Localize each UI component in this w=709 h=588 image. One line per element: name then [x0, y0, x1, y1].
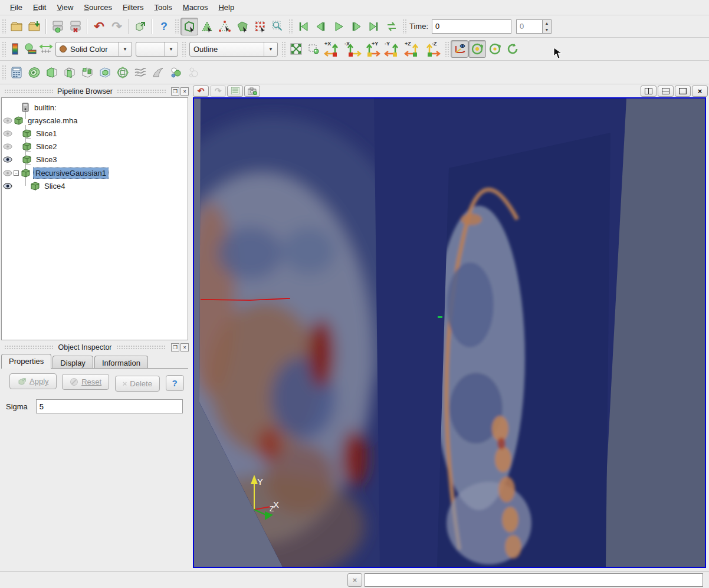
delete-button[interactable]: × Delete: [115, 376, 160, 392]
last-frame-button[interactable]: [365, 18, 383, 35]
visibility-eye-icon[interactable]: [2, 183, 14, 189]
menu-macros[interactable]: Macros: [178, 1, 214, 14]
visibility-eye-icon[interactable]: [2, 130, 14, 137]
open-file-button[interactable]: [8, 18, 25, 35]
extract-subset-filter-button[interactable]: [96, 64, 114, 81]
threshold-filter-button[interactable]: [78, 64, 96, 81]
menu-view[interactable]: View: [51, 1, 78, 14]
reset-center-button[interactable]: [504, 40, 521, 58]
select-cells-on-button[interactable]: [180, 18, 198, 35]
view-plus-y-button[interactable]: +Y: [363, 40, 383, 58]
collapse-expander-icon[interactable]: −: [14, 170, 19, 176]
show-orientation-axes-button[interactable]: [451, 40, 468, 58]
select-block-button[interactable]: [251, 18, 269, 35]
view-minus-z-button[interactable]: -Z: [423, 40, 443, 58]
connect-server-button[interactable]: [49, 18, 67, 35]
pick-center-button[interactable]: [486, 40, 504, 58]
render-viewport[interactable]: Y X Z: [194, 98, 705, 567]
reset-camera-button[interactable]: [287, 40, 305, 58]
menu-file[interactable]: File: [5, 1, 28, 14]
visibility-eye-icon[interactable]: [2, 143, 14, 150]
previous-frame-button[interactable]: [312, 18, 330, 35]
spin-up-icon[interactable]: ▲: [543, 20, 551, 27]
split-vertical-button[interactable]: [658, 86, 674, 97]
pipeline-item-builtin[interactable]: builtin:: [2, 101, 188, 114]
frame-spinner[interactable]: ▲▼: [543, 19, 552, 34]
pipeline-browser-tree[interactable]: builtin: grayscale.mha Slice1 Slice2 Sli…: [1, 97, 188, 340]
show-center-of-rotation-button[interactable]: [468, 40, 486, 58]
pipeline-item-slice3[interactable]: Slice3: [2, 153, 188, 166]
extract-level-filter-button[interactable]: [185, 64, 202, 81]
view-options-button[interactable]: [227, 86, 243, 97]
slice-filter-button[interactable]: [61, 64, 78, 81]
pipeline-item-slice2[interactable]: Slice2: [2, 140, 188, 153]
tab-display[interactable]: Display: [52, 356, 93, 369]
frame-input[interactable]: [516, 19, 543, 34]
next-frame-button[interactable]: [347, 18, 365, 35]
dock-float-button[interactable]: ❐: [171, 87, 179, 96]
zoom-to-data-button[interactable]: [305, 40, 323, 58]
toggle-color-legend-button[interactable]: [8, 41, 23, 57]
play-button[interactable]: [330, 18, 347, 35]
export-scene-button[interactable]: [132, 18, 149, 35]
contour-filter-button[interactable]: [25, 64, 43, 81]
colormap-combo[interactable]: ▼: [136, 42, 178, 57]
interactive-select-button[interactable]: [269, 18, 287, 35]
visibility-eye-icon[interactable]: [2, 117, 14, 124]
glyph-filter-button[interactable]: [114, 64, 132, 81]
maximize-view-button[interactable]: [675, 86, 691, 97]
render-view[interactable]: Y X Z: [193, 97, 706, 568]
menu-tools[interactable]: Tools: [149, 1, 177, 14]
calculator-filter-button[interactable]: [8, 64, 25, 81]
time-input[interactable]: [432, 19, 511, 34]
pipeline-item-grayscale[interactable]: grayscale.mha: [2, 114, 188, 127]
disconnect-server-button[interactable]: [67, 18, 84, 35]
visibility-eye-icon[interactable]: [2, 170, 14, 176]
visibility-eye-icon[interactable]: [2, 156, 14, 163]
dock-float-button[interactable]: ❐: [171, 343, 179, 352]
split-horizontal-button[interactable]: [641, 86, 657, 97]
view-minus-y-button[interactable]: -Y: [383, 40, 403, 58]
reset-button[interactable]: Reset: [62, 374, 109, 390]
stream-tracer-filter-button[interactable]: [132, 64, 149, 81]
undo-button[interactable]: ↶: [90, 18, 108, 35]
tab-information[interactable]: Information: [94, 356, 148, 369]
apply-button[interactable]: Apply: [9, 373, 57, 389]
spin-down-icon[interactable]: ▼: [543, 27, 551, 33]
representation-combo[interactable]: Outline ▼: [189, 42, 278, 57]
rescale-range-button[interactable]: [38, 41, 54, 57]
pipeline-item-recursivegaussian1[interactable]: − RecursiveGaussian1: [2, 166, 188, 179]
menu-help[interactable]: Help: [213, 1, 239, 14]
abort-progress-button[interactable]: ×: [347, 573, 362, 587]
tab-properties[interactable]: Properties: [1, 354, 51, 369]
menu-edit[interactable]: Edit: [28, 1, 51, 14]
help-button[interactable]: ?: [155, 18, 173, 35]
close-view-button[interactable]: ×: [692, 86, 708, 97]
capture-view-button[interactable]: [244, 86, 260, 97]
view-plus-z-button[interactable]: +Z: [403, 40, 423, 58]
dock-close-button[interactable]: ×: [180, 87, 189, 96]
clip-filter-button[interactable]: [43, 64, 61, 81]
toolbar-grip[interactable]: [2, 19, 6, 34]
pipeline-item-slice1[interactable]: Slice1: [2, 127, 188, 140]
view-minus-x-button[interactable]: -X: [343, 40, 363, 58]
camera-redo-button[interactable]: ↷: [210, 86, 226, 97]
select-points-on-button[interactable]: [198, 18, 216, 35]
pipeline-item-slice4[interactable]: Slice4: [2, 179, 188, 192]
loop-button[interactable]: [383, 18, 401, 35]
sigma-input[interactable]: [36, 399, 183, 413]
first-frame-button[interactable]: [294, 18, 312, 35]
select-points-through-button[interactable]: [234, 18, 251, 35]
edit-color-map-button[interactable]: [23, 41, 38, 57]
warp-filter-button[interactable]: [149, 64, 167, 81]
redo-button[interactable]: ↷: [108, 18, 126, 35]
menu-filters[interactable]: Filters: [117, 1, 149, 14]
view-plus-x-button[interactable]: +X: [323, 40, 343, 58]
properties-help-button[interactable]: ?: [166, 375, 184, 391]
group-datasets-filter-button[interactable]: [167, 64, 185, 81]
save-data-button[interactable]: [25, 18, 43, 35]
color-by-combo[interactable]: Solid Color ▼: [55, 42, 132, 57]
select-cells-through-button[interactable]: [216, 18, 234, 35]
camera-undo-button[interactable]: ↶: [193, 86, 209, 97]
dock-close-button[interactable]: ×: [180, 343, 189, 352]
